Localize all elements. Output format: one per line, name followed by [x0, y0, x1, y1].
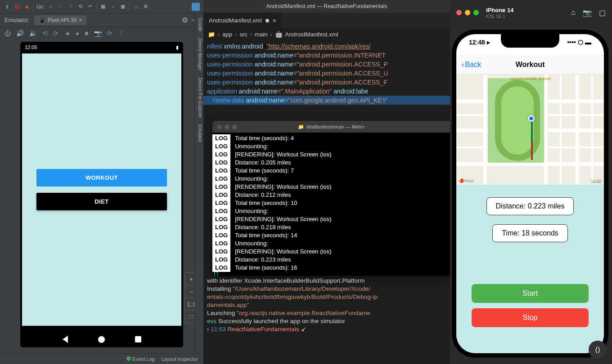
device-tab[interactable]: 📱 Pixel API 30 ×: [34, 15, 87, 25]
android-app-screen: WORKOUT DIET: [22, 53, 181, 326]
profiler-icon[interactable]: ▦: [119, 3, 126, 10]
back-icon[interactable]: ◄: [64, 30, 70, 37]
close-icon[interactable]: ×: [273, 17, 276, 24]
git-pull-icon[interactable]: ↙: [47, 3, 54, 10]
terminal-titlebar[interactable]: 📁khalfanibozeman — Metro: [212, 121, 450, 133]
volume-up-icon[interactable]: 🔊: [16, 30, 24, 37]
search-icon[interactable]: ⌕: [132, 3, 140, 10]
event-log[interactable]: Event Log: [126, 356, 155, 362]
android-icon[interactable]: ▮: [4, 3, 11, 10]
android-file-icon: 🤖: [275, 31, 283, 38]
volume-down-icon[interactable]: 🔉: [29, 30, 37, 37]
record-button[interactable]: ⟨⟩: [589, 341, 607, 359]
screenshot-icon[interactable]: 📷: [583, 9, 592, 17]
traffic-min-icon[interactable]: [465, 10, 470, 15]
editor-tab[interactable]: AndroidManifest.xml ×: [203, 13, 282, 28]
iphone-frame: 12:48 ▸ •••• ⬡ ▬ ‹Back Workout Lawson Mi…: [452, 30, 608, 358]
rail-emulator[interactable]: Emulator: [196, 124, 202, 142]
run-icon[interactable]: 🐞: [14, 3, 21, 10]
battery-icon: ▬: [585, 39, 591, 46]
status-bar: Event Log Layout Inspector: [0, 353, 203, 364]
battery-icon: ▮: [176, 44, 179, 50]
workout-panel: Distance: 0.223 miles Time: 18 seconds S…: [456, 185, 604, 353]
rotate-icon[interactable]: ▢: [599, 9, 606, 17]
wifi-icon: ⬡: [578, 39, 583, 46]
android-nav-bar: [20, 336, 183, 343]
home-icon[interactable]: ⌂: [571, 9, 576, 17]
tab-settings-icon[interactable]: ⚙: [182, 16, 188, 24]
nav-back-icon[interactable]: [63, 336, 68, 343]
git-push-icon[interactable]: ↗: [67, 3, 74, 10]
screenshot-icon[interactable]: 📷: [94, 30, 102, 37]
chevron-left-icon: ‹: [462, 61, 464, 69]
back-button[interactable]: ‹Back: [456, 61, 486, 69]
avd-icon[interactable]: ▦: [99, 3, 107, 10]
modified-indicator: [266, 19, 269, 22]
nav-home-icon[interactable]: [98, 336, 105, 343]
android-phone-frame: 12:05 ▮ WORKOUT DIET: [20, 42, 183, 347]
traffic-close-icon[interactable]: [456, 10, 462, 15]
time-display: Time: 18 seconds: [492, 224, 568, 242]
traffic-min[interactable]: [225, 124, 230, 129]
tab-bar: AndroidManifest.xml ×: [203, 13, 450, 28]
close-tab-icon[interactable]: ×: [79, 17, 82, 23]
build-output[interactable]: with identifier Xcode.InterfaceBuilderBu…: [203, 276, 450, 334]
rail-gradle[interactable]: Gradle: [196, 18, 202, 31]
rotate-left-icon[interactable]: ⟲: [42, 30, 48, 37]
traffic-max[interactable]: [232, 124, 237, 129]
code-editor: AndroidManifest.xml — ReactNativeFundame…: [203, 0, 450, 364]
user-location-dot: [528, 115, 535, 122]
git-commit-icon[interactable]: ✓: [57, 3, 64, 10]
emulator-label: Emulator:: [4, 17, 30, 23]
traffic-max-icon[interactable]: [473, 10, 479, 15]
layout-inspector[interactable]: Layout Inspector: [162, 356, 198, 362]
poi-label: Lawson Middle School: [510, 76, 551, 81]
rail-device-manager[interactable]: Device Manager: [196, 38, 202, 71]
iphone-screen: 12:48 ▸ •••• ⬡ ▬ ‹Back Workout Lawson Mi…: [456, 34, 604, 353]
os-version: iOS 16.1: [486, 13, 513, 19]
distance-display: Distance: 0.223 miles: [486, 197, 574, 215]
home-icon[interactable]: ●: [76, 30, 79, 37]
nav-bar: ‹Back Workout: [456, 55, 604, 75]
simulator-titlebar[interactable]: iPhone 14 iOS 16.1 ⌂ 📷 ▢: [450, 0, 612, 25]
nav-overview-icon[interactable]: [135, 336, 141, 342]
more-icon[interactable]: ⋮: [118, 30, 124, 37]
avatar[interactable]: [192, 3, 200, 11]
rotate-right-icon[interactable]: ⟳: [53, 30, 58, 37]
page-title: Workout: [516, 61, 545, 69]
diet-button[interactable]: DIET: [36, 193, 167, 210]
sdk-icon[interactable]: ▫: [109, 3, 117, 10]
overview-icon[interactable]: ■: [85, 30, 88, 37]
phone-icon: 📱: [39, 17, 45, 23]
legal-link[interactable]: Legal: [591, 178, 601, 183]
reload-icon[interactable]: ⟳: [107, 30, 112, 37]
undo-icon[interactable]: ↶: [86, 3, 94, 10]
workout-button[interactable]: WORKOUT: [36, 169, 167, 186]
terminal-output[interactable]: LOGTotal time (seconds): 4LOGUnmounting:…: [212, 133, 450, 276]
device-name: iPhone 14: [486, 7, 513, 13]
signal-icon: ••••: [567, 39, 576, 46]
rail-file-explorer[interactable]: Device File Explorer: [196, 78, 202, 118]
stop-icon[interactable]: ■: [23, 3, 31, 10]
git-label: Git:: [36, 4, 44, 9]
start-button[interactable]: Start: [472, 284, 588, 303]
stop-button[interactable]: Stop: [472, 308, 588, 327]
breadcrumb: 📁› app› src› main› 🤖 AndroidManifest.xml: [203, 28, 450, 40]
emulator-bar: Emulator: 📱 Pixel API 30 × ⚙ —: [0, 13, 203, 27]
code-area[interactable]: nifest xmlns:android="http://schemas.and…: [203, 40, 450, 121]
map-view[interactable]: Lawson Middle School 🍎Maps Legal: [456, 75, 604, 185]
main-toolbar: ▮ 🐞 ■ Git: ↙ ✓ ↗ ⟲ ↶ ▦ ▫ ▦ ⌕ ⚙: [0, 0, 203, 13]
metro-terminal: 📁khalfanibozeman — Metro LOGTotal time (…: [212, 121, 450, 276]
traffic-close[interactable]: [217, 124, 222, 129]
tool-rail: Gradle Device Manager Device File Explor…: [194, 13, 203, 353]
folder-icon: 📁: [298, 124, 304, 130]
notch: [501, 34, 559, 48]
maps-attribution: 🍎Maps: [459, 178, 474, 183]
folder-icon: 📁: [208, 31, 215, 38]
android-studio-panel: ▮ 🐞 ■ Git: ↙ ✓ ↗ ⟲ ↶ ▦ ▫ ▦ ⌕ ⚙ Emulator:…: [0, 0, 203, 364]
android-status-bar: 12:05 ▮: [20, 42, 183, 53]
settings-icon[interactable]: ⚙: [142, 3, 149, 10]
emulator-controls: ⏻ 🔊 🔉 ⟲ ⟳ ◄ ● ■ 📷 ⟳ ⋮: [0, 27, 203, 40]
power-icon[interactable]: ⏻: [4, 30, 11, 37]
history-icon[interactable]: ⟲: [76, 3, 84, 10]
